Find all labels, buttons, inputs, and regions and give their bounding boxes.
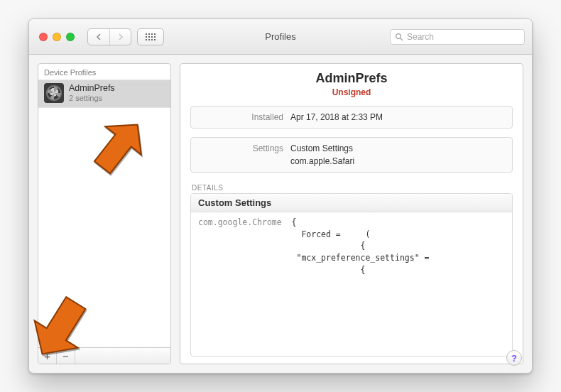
svg-line-1 — [401, 38, 403, 40]
installed-value: Apr 17, 2018 at 2:33 PM — [290, 112, 383, 122]
settings-value-1: Custom Settings — [290, 143, 353, 153]
sidebar-section-header: Device Profiles — [38, 64, 170, 80]
window-toolbar: Profiles Search — [29, 19, 532, 55]
sidebar-footer: + − — [38, 347, 170, 364]
preferences-window: Profiles Search Device Profiles AdminPre… — [28, 18, 533, 374]
sidebar-item-subtitle: 2 settings — [69, 94, 115, 102]
window-controls — [39, 33, 75, 41]
settings-value-2: com.apple.Safari — [290, 156, 354, 166]
chevron-left-icon — [96, 33, 102, 40]
sidebar-list: AdminPrefs 2 settings — [38, 80, 170, 347]
search-field[interactable]: Search — [390, 29, 525, 45]
svg-point-0 — [396, 33, 401, 38]
details-card-title: Custom Settings — [191, 194, 512, 212]
sidebar-item-adminprefs[interactable]: AdminPrefs 2 settings — [38, 80, 170, 108]
search-placeholder: Search — [407, 32, 434, 42]
sidebar-item-name: AdminPrefs — [69, 84, 115, 94]
installed-label: Installed — [198, 112, 283, 122]
back-forward-segment — [87, 28, 131, 45]
minimize-window-button[interactable] — [53, 33, 61, 41]
zoom-window-button[interactable] — [66, 33, 75, 41]
show-all-button[interactable] — [137, 28, 164, 45]
profile-name: AdminPrefs — [180, 71, 523, 86]
forward-button[interactable] — [109, 29, 131, 45]
window-content: Device Profiles AdminPrefs 2 settings + … — [29, 55, 532, 373]
details-section-label: DETAILS — [192, 184, 511, 192]
details-card: Custom Settings com.google.Chrome { Forc… — [190, 193, 513, 356]
settings-label: Settings — [198, 143, 283, 153]
installed-card: Installed Apr 17, 2018 at 2:33 PM — [190, 106, 513, 129]
remove-profile-button[interactable]: − — [57, 348, 75, 364]
help-button[interactable]: ? — [506, 350, 522, 366]
settings-card: Settings Custom Settings com.apple.Safar… — [190, 137, 513, 173]
add-profile-button[interactable]: + — [38, 348, 57, 364]
gear-icon — [44, 83, 64, 103]
grid-icon — [146, 33, 156, 40]
close-window-button[interactable] — [39, 33, 48, 41]
details-domain: com.google.Chrome — [198, 217, 282, 227]
profile-header: AdminPrefs Unsigned — [180, 64, 523, 102]
sidebar-item-text: AdminPrefs 2 settings — [69, 84, 115, 102]
search-icon — [395, 33, 403, 41]
profile-signature-status: Unsigned — [180, 87, 523, 97]
chevron-right-icon — [118, 33, 124, 40]
details-payload: com.google.Chrome { Forced = ( { "mcx_pr… — [191, 212, 512, 280]
back-button[interactable] — [88, 29, 109, 45]
profiles-sidebar: Device Profiles AdminPrefs 2 settings + … — [38, 63, 171, 364]
profile-detail-panel: AdminPrefs Unsigned Installed Apr 17, 20… — [180, 63, 523, 364]
